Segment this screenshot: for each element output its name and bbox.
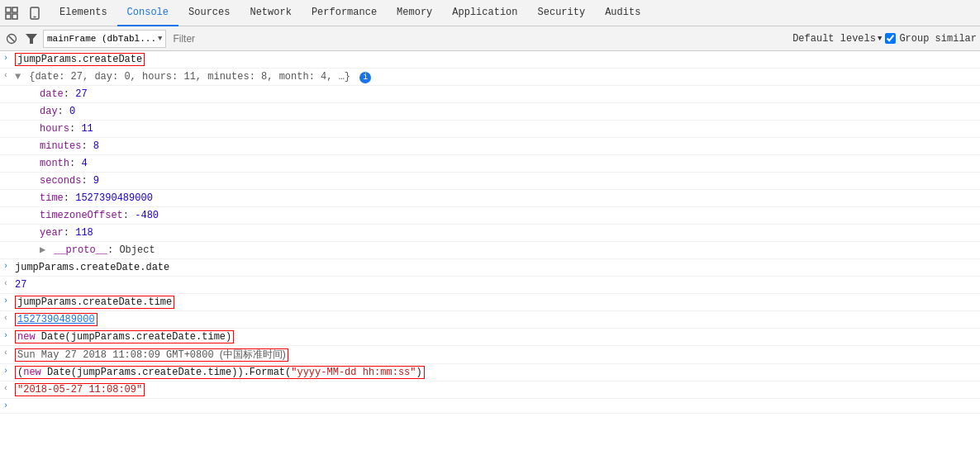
frame-label: mainFrame (dbTabl... [47, 34, 156, 44]
console-line: › (new Date(jumpParams.createDate.time))… [0, 364, 980, 381]
svg-rect-3 [12, 14, 17, 19]
console-line: › jumpParams.createDate [0, 51, 980, 69]
log-level-area: Default levels ▼ Group similar [792, 33, 977, 45]
input-arrow-icon: › [0, 295, 12, 306]
clear-console-icon[interactable] [3, 31, 20, 47]
output-value: "2018-05-27 11:08:09" [15, 383, 145, 396]
frame-dropdown-icon: ▼ [158, 35, 162, 43]
console-line: year: 118 [0, 225, 980, 242]
input-expression: jumpParams.createDate [15, 53, 145, 66]
console-line: ‹ 1527390489000 [0, 311, 980, 329]
console-line: › new Date(jumpParams.createDate.time) [0, 329, 980, 346]
mobile-icon[interactable] [26, 5, 43, 21]
console-line: › jumpParams.createDate.date [0, 259, 980, 277]
console-line: ▶ __proto__: Object [0, 242, 980, 259]
console-line: day: 0 [0, 103, 980, 121]
tab-security[interactable]: Security [528, 0, 596, 26]
input-arrow-icon: › [0, 365, 12, 376]
console-line: ‹ ▼ {date: 27, day: 0, hours: 11, minute… [0, 69, 980, 86]
console-line: month: 4 [0, 155, 980, 173]
output-arrow-icon: ‹ [0, 277, 12, 288]
svg-rect-0 [6, 7, 11, 12]
expand-icon[interactable]: ▼ [15, 70, 23, 83]
info-icon[interactable]: i [359, 72, 371, 83]
devtools-tab-bar: Elements Console Sources Network Perform… [0, 0, 980, 26]
console-line: › jumpParams.createDate.time [0, 294, 980, 311]
console-output: › jumpParams.createDate ‹ ▼ {date: 27, d… [0, 51, 980, 469]
tab-network[interactable]: Network [240, 0, 301, 26]
tab-sources[interactable]: Sources [178, 0, 240, 26]
tab-console[interactable]: Console [117, 0, 178, 26]
console-empty-prompt: › [0, 399, 980, 414]
console-line: ‹ "2018-05-27 11:08:09" [0, 381, 980, 399]
tab-performance[interactable]: Performance [302, 0, 387, 26]
input-arrow-icon: › [0, 329, 12, 340]
group-similar-checkbox-label[interactable]: Group similar [885, 33, 977, 45]
input-arrow-icon: › [0, 260, 12, 271]
input-expression: (new Date(jumpParams.createDate.time)).F… [15, 366, 425, 379]
filter-icon[interactable] [23, 31, 40, 47]
tab-elements[interactable]: Elements [50, 0, 117, 26]
level-label: Default levels [792, 33, 876, 45]
input-arrow-icon: › [0, 52, 12, 63]
console-line: time: 1527390489000 [0, 190, 980, 207]
output-arrow-icon: ‹ [0, 312, 12, 323]
svg-line-7 [9, 36, 15, 41]
output-arrow-icon: ‹ [0, 69, 12, 80]
output-value: Sun May 27 2018 11:08:09 GMT+0800 (中国标准时… [15, 348, 288, 362]
input-expression: jumpParams.createDate.date [15, 262, 169, 273]
inspect-icon[interactable] [3, 5, 20, 21]
tab-memory[interactable]: Memory [387, 0, 442, 26]
console-line: seconds: 9 [0, 173, 980, 190]
console-line: ‹ 27 [0, 277, 980, 294]
group-similar-label: Group similar [899, 33, 977, 45]
input-expression: jumpParams.createDate.time [15, 296, 174, 309]
level-arrow-icon: ▼ [878, 35, 882, 43]
console-toolbar: mainFrame (dbTabl... ▼ Default levels ▼ … [0, 26, 980, 51]
svg-rect-1 [12, 7, 17, 12]
frame-selector[interactable]: mainFrame (dbTabl... ▼ [43, 30, 166, 48]
svg-marker-8 [26, 34, 37, 44]
level-dropdown[interactable]: Default levels ▼ [792, 33, 882, 45]
tab-audits[interactable]: Audits [595, 0, 650, 26]
tab-application[interactable]: Application [442, 0, 527, 26]
console-line: ‹ Sun May 27 2018 11:08:09 GMT+0800 (中国标… [0, 346, 980, 364]
filter-input[interactable] [169, 31, 789, 46]
group-similar-checkbox[interactable] [885, 33, 896, 44]
console-line: minutes: 8 [0, 138, 980, 155]
console-line: timezoneOffset: -480 [0, 207, 980, 225]
expand-proto-icon[interactable]: ▶ [40, 244, 48, 257]
input-expression: new Date(jumpParams.createDate.time) [15, 330, 234, 343]
svg-rect-2 [6, 14, 11, 19]
prompt-arrow-icon: › [0, 400, 12, 410]
console-line: date: 27 [0, 86, 980, 103]
output-arrow-icon: ‹ [0, 347, 12, 358]
output-value: 1527390489000 [15, 313, 98, 326]
console-line: hours: 11 [0, 121, 980, 138]
output-arrow-icon: ‹ [0, 382, 12, 393]
